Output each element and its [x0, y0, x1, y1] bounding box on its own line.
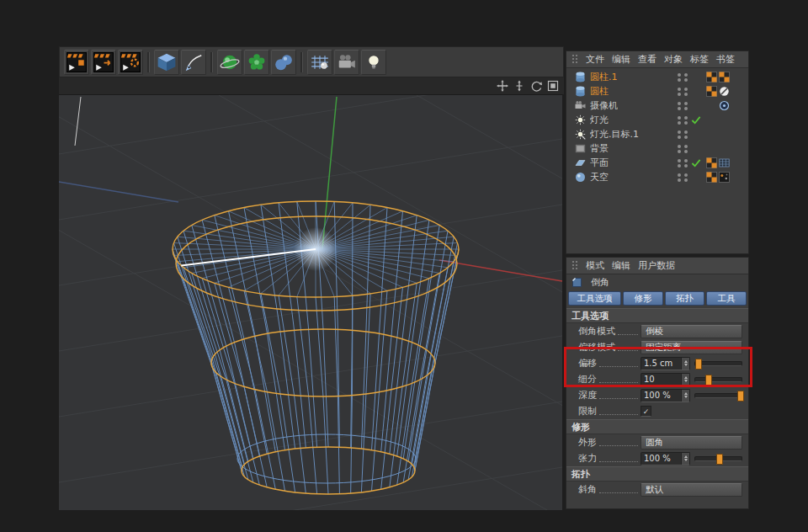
number-input[interactable]: 100 % — [641, 452, 690, 466]
visibility-dots[interactable] — [678, 173, 681, 182]
visibility-dots[interactable] — [684, 173, 688, 182]
visibility-dots[interactable] — [678, 102, 681, 110]
menu-item[interactable]: 查看 — [638, 53, 656, 66]
take-capture-icon[interactable] — [91, 50, 116, 75]
target-tag-icon[interactable] — [719, 100, 730, 111]
object-row[interactable]: 圆柱 — [566, 84, 748, 98]
visibility-dots[interactable] — [684, 159, 688, 168]
enabled-toggle[interactable] — [691, 72, 701, 82]
slider-handle[interactable] — [695, 359, 702, 370]
object-name[interactable]: 灯光.目标.1 — [590, 128, 639, 141]
number-input[interactable]: 1.5 cm — [641, 357, 690, 370]
take-record-icon[interactable] — [64, 50, 89, 75]
checker-tag-icon[interactable] — [719, 72, 730, 82]
menu-item[interactable]: 对象 — [664, 53, 683, 66]
slider-handle[interactable] — [705, 375, 712, 386]
attribute-tab[interactable]: 工具 — [706, 291, 747, 306]
object-name[interactable]: 摄像机 — [590, 99, 618, 112]
spinner-arrows[interactable] — [681, 374, 689, 386]
menu-item[interactable]: 标签 — [690, 53, 709, 66]
attribute-tab[interactable]: 拓扑 — [665, 291, 705, 306]
visibility-dots[interactable] — [678, 116, 681, 125]
slider[interactable] — [694, 393, 742, 398]
object-row[interactable]: 摄像机 — [566, 98, 748, 113]
slider-handle[interactable] — [716, 454, 723, 465]
object-row[interactable]: 圆柱.1 — [566, 70, 748, 84]
dropdown[interactable]: 圆角 — [641, 436, 742, 450]
grid-tag-icon[interactable] — [719, 157, 730, 168]
section-header[interactable]: 修形 — [566, 419, 748, 434]
rotate-view-icon[interactable] — [529, 80, 542, 93]
object-row[interactable]: 平面 — [566, 156, 748, 170]
deformer-icon[interactable] — [271, 50, 296, 75]
visibility-dots[interactable] — [684, 102, 688, 110]
section-header[interactable]: 工具选项 — [566, 308, 748, 323]
slider-handle[interactable] — [737, 391, 744, 402]
checker-tag-icon[interactable] — [706, 157, 717, 168]
visibility-dots[interactable] — [678, 73, 681, 82]
camera-tool-icon[interactable] — [334, 50, 359, 75]
object-row[interactable]: 灯光.目标.1 — [566, 127, 748, 141]
array-generator-icon[interactable] — [244, 50, 269, 75]
number-input[interactable]: 100 % — [641, 389, 690, 402]
visibility-dots[interactable] — [678, 145, 681, 153]
slider[interactable] — [694, 456, 742, 461]
checkbox[interactable]: ✓ — [641, 406, 651, 417]
visibility-dots[interactable] — [684, 145, 688, 153]
checker-tag-icon[interactable] — [706, 72, 717, 82]
dropdown[interactable]: 固定距离 — [641, 341, 742, 354]
object-name[interactable]: 圆柱.1 — [590, 71, 618, 83]
darktex-tag-icon[interactable] — [719, 172, 730, 183]
dolly-view-icon[interactable] — [513, 80, 525, 93]
visibility-dots[interactable] — [684, 116, 688, 125]
visibility-dots[interactable] — [684, 73, 688, 82]
visibility-dots[interactable] — [678, 88, 681, 96]
object-row[interactable]: 背景 — [566, 141, 748, 156]
dropdown[interactable]: 倒棱 — [641, 325, 742, 338]
enabled-toggle[interactable] — [691, 87, 701, 97]
phongoff-tag-icon[interactable] — [719, 86, 730, 97]
floor-grid-icon[interactable] — [307, 50, 332, 75]
section-header[interactable]: 拓扑 — [566, 466, 748, 481]
take-settings-icon[interactable] — [118, 50, 143, 75]
attribute-tab[interactable]: 工具选项 — [568, 291, 621, 306]
slider[interactable] — [694, 361, 742, 366]
attribute-tab[interactable]: 修形 — [623, 291, 663, 306]
spinner-arrows[interactable] — [681, 390, 689, 402]
enabled-toggle[interactable] — [691, 130, 701, 140]
visibility-dots[interactable] — [684, 88, 688, 96]
menu-item[interactable]: 用户数据 — [638, 259, 675, 272]
enabled-toggle[interactable] — [691, 101, 701, 111]
menu-item[interactable]: 编辑 — [612, 53, 630, 66]
generator-sphere-icon[interactable] — [217, 50, 242, 75]
spinner-arrows[interactable] — [681, 358, 689, 370]
spinner-arrows[interactable] — [681, 453, 689, 465]
checker-tag-icon[interactable] — [706, 172, 717, 183]
panel-grip-icon[interactable] — [571, 54, 578, 65]
light-tool-icon[interactable] — [361, 50, 386, 75]
checker-tag-icon[interactable] — [706, 86, 717, 97]
visibility-dots[interactable] — [678, 159, 681, 168]
object-row[interactable]: 天空 — [566, 170, 748, 184]
visibility-dots[interactable] — [678, 130, 681, 139]
enabled-toggle[interactable] — [691, 144, 701, 154]
visibility-dots[interactable] — [684, 130, 688, 139]
object-name[interactable]: 平面 — [590, 157, 609, 169]
object-row[interactable]: 灯光 — [566, 113, 748, 127]
menu-item[interactable]: 编辑 — [612, 259, 630, 272]
object-name[interactable]: 圆柱 — [590, 85, 609, 98]
toggle-view-icon[interactable] — [546, 80, 559, 93]
object-name[interactable]: 灯光 — [590, 114, 609, 126]
number-input[interactable]: 10 — [641, 373, 690, 386]
menu-item[interactable]: 文件 — [586, 53, 604, 66]
menu-item[interactable]: 模式 — [586, 259, 604, 272]
slider[interactable] — [694, 377, 742, 382]
cube-primitive-icon[interactable] — [154, 50, 179, 75]
pen-spline-icon[interactable] — [181, 50, 206, 75]
object-name[interactable]: 天空 — [590, 171, 609, 184]
pan-view-icon[interactable] — [496, 80, 508, 93]
dropdown[interactable]: 默认 — [641, 483, 742, 497]
enabled-check-icon[interactable] — [691, 115, 701, 125]
viewport-3d[interactable] — [59, 94, 562, 510]
enabled-check-icon[interactable] — [691, 158, 701, 168]
